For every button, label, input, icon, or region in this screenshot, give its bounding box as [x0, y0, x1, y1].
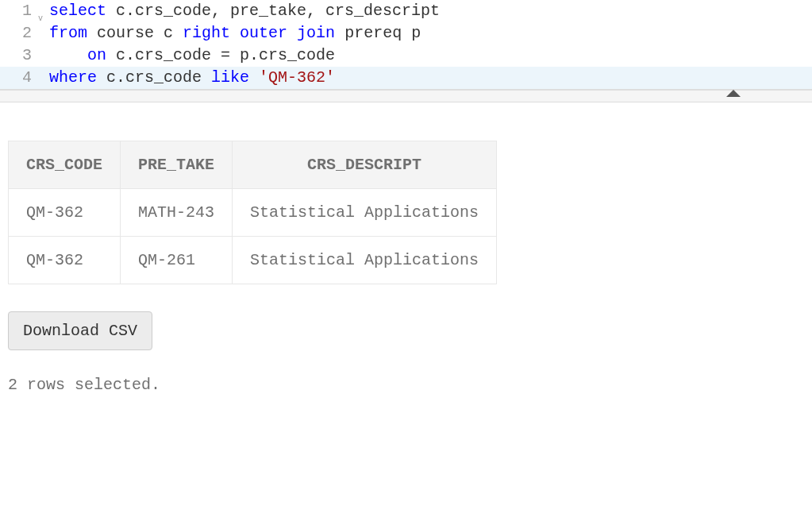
kw-outer: outer — [240, 24, 287, 42]
line-number: 4 — [0, 67, 38, 89]
table-header-row: CRS_CODE PRE_TAKE CRS_DESCRIPT — [9, 141, 497, 189]
col-header-crs-descript[interactable]: CRS_DESCRIPT — [233, 141, 497, 189]
cell-crs-descript: Statistical Applications — [233, 189, 497, 237]
code-content[interactable]: select c.crs_code, pre_take, crs_descrip… — [38, 0, 440, 22]
kw-where: where — [49, 68, 97, 87]
sp — [249, 68, 259, 87]
line-num-text: 1 — [22, 2, 32, 20]
kw-select: select — [49, 2, 106, 20]
collapse-arrow-icon[interactable] — [726, 90, 741, 97]
line-number: 3 — [0, 44, 38, 67]
cell-crs-code: QM-362 — [9, 189, 121, 237]
cell-pre-take: QM-261 — [121, 237, 233, 284]
code-text: c.crs_code = p.crs_code — [106, 46, 335, 64]
sp — [287, 24, 297, 42]
code-content[interactable]: from course c right outer join prereq p — [38, 22, 421, 44]
code-content[interactable]: on c.crs_code = p.crs_code — [38, 44, 335, 67]
code-text: c.crs_code, pre_take, crs_descript — [106, 2, 440, 20]
kw-on: on — [87, 46, 106, 64]
kw-join: join — [297, 24, 335, 42]
results-table: CRS_CODE PRE_TAKE CRS_DESCRIPT QM-362 MA… — [8, 141, 497, 284]
sp — [230, 24, 240, 42]
code-text: c.crs_code — [97, 68, 211, 87]
code-content[interactable]: where c.crs_code like 'QM-362' — [38, 67, 335, 89]
string-literal: 'QM-362' — [259, 68, 335, 87]
sql-editor[interactable]: 1 v select c.crs_code, pre_take, crs_des… — [0, 0, 812, 90]
line-num-text: 3 — [22, 46, 32, 64]
results-area: CRS_CODE PRE_TAKE CRS_DESCRIPT QM-362 MA… — [0, 102, 812, 402]
indent — [49, 46, 87, 64]
code-text: course c — [87, 24, 183, 42]
cell-pre-take: MATH-243 — [121, 189, 233, 237]
cell-crs-code: QM-362 — [9, 237, 121, 284]
download-csv-button[interactable]: Download CSV — [8, 311, 152, 350]
line-num-text: 4 — [22, 68, 32, 87]
kw-right: right — [183, 24, 230, 42]
fold-marker-icon[interactable]: v — [38, 8, 43, 30]
code-line[interactable]: 1 v select c.crs_code, pre_take, crs_des… — [0, 0, 812, 22]
kw-like: like — [211, 68, 249, 87]
line-number: 1 v — [0, 0, 38, 22]
status-text: 2 rows selected. — [8, 376, 804, 394]
table-row: QM-362 MATH-243 Statistical Applications — [9, 189, 497, 237]
table-row: QM-362 QM-261 Statistical Applications — [9, 237, 497, 284]
code-line[interactable]: 4 where c.crs_code like 'QM-362' — [0, 67, 812, 89]
line-number: 2 — [0, 22, 38, 44]
cell-crs-descript: Statistical Applications — [233, 237, 497, 284]
col-header-pre-take[interactable]: PRE_TAKE — [121, 141, 233, 189]
col-header-crs-code[interactable]: CRS_CODE — [9, 141, 121, 189]
line-num-text: 2 — [22, 24, 32, 42]
divider-bar[interactable] — [0, 90, 812, 102]
code-line[interactable]: 3 on c.crs_code = p.crs_code — [0, 44, 812, 67]
kw-from: from — [49, 24, 87, 42]
code-text: prereq p — [335, 24, 421, 42]
code-line[interactable]: 2 from course c right outer join prereq … — [0, 22, 812, 44]
